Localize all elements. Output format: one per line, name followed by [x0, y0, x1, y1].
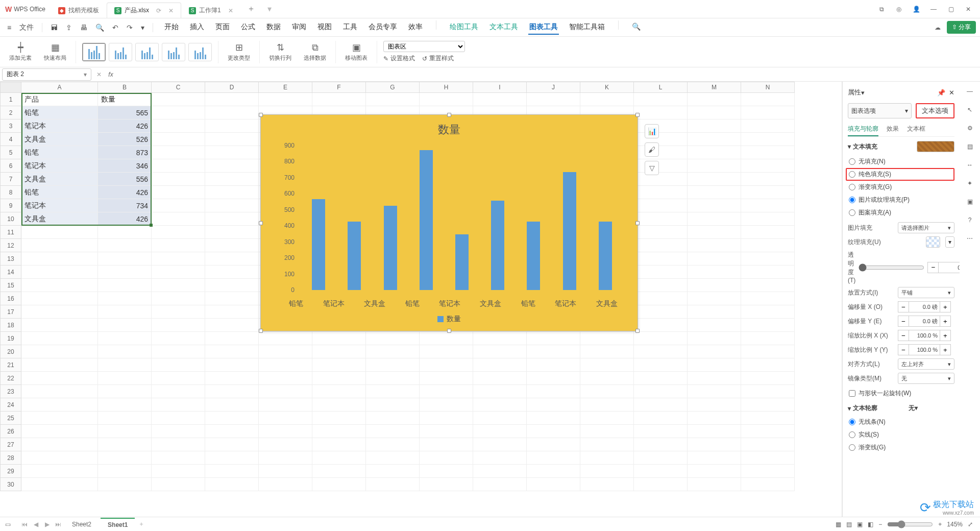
cell[interactable] — [580, 438, 634, 451]
chart-style-2[interactable] — [109, 43, 132, 61]
cell[interactable] — [21, 425, 98, 438]
fill-gradient[interactable]: 渐变填充(G) — [848, 181, 954, 194]
collapse-icon[interactable]: — — [967, 88, 973, 95]
cell[interactable] — [688, 292, 741, 305]
add-sheet-button[interactable]: ＋ — [137, 520, 146, 528]
cell[interactable] — [688, 332, 741, 345]
cell[interactable] — [473, 358, 527, 372]
undo-icon[interactable]: ↶ — [109, 21, 121, 34]
cell[interactable] — [527, 385, 580, 398]
cell[interactable] — [688, 425, 741, 438]
cell[interactable] — [688, 451, 741, 465]
cell[interactable] — [152, 226, 205, 239]
file-menu[interactable]: 文件 — [16, 21, 37, 34]
cell[interactable]: 笔记本 — [21, 199, 98, 212]
cell[interactable] — [473, 345, 527, 358]
section-text-outline[interactable]: ▾ 文本轮廓无▾ — [848, 404, 954, 413]
cell[interactable] — [366, 451, 420, 465]
cell[interactable] — [205, 186, 259, 199]
cell[interactable] — [634, 385, 688, 398]
cell[interactable] — [527, 93, 580, 106]
outline-gradient[interactable]: 渐变线(G) — [848, 441, 954, 454]
cell[interactable] — [473, 385, 527, 398]
cell[interactable] — [366, 412, 420, 425]
cell[interactable] — [473, 398, 527, 412]
cell[interactable] — [634, 212, 688, 226]
align-select[interactable]: 左上对齐▾ — [898, 358, 954, 370]
cell[interactable] — [205, 226, 259, 239]
cell[interactable] — [688, 159, 741, 173]
cell[interactable] — [312, 332, 366, 345]
cell[interactable] — [688, 305, 741, 319]
cell[interactable] — [634, 425, 688, 438]
cell[interactable] — [21, 451, 98, 465]
cell[interactable]: 文具盒 — [21, 173, 98, 186]
chart-bar[interactable] — [563, 172, 576, 290]
cell[interactable] — [420, 438, 473, 451]
chart-options-dropdown[interactable]: 图表选项▾ — [848, 103, 912, 118]
cell[interactable] — [741, 358, 795, 372]
cell[interactable] — [152, 332, 205, 345]
cell[interactable] — [741, 398, 795, 412]
cell[interactable] — [312, 425, 366, 438]
cell[interactable] — [688, 279, 741, 292]
menu-insert[interactable]: 插入 — [189, 20, 205, 35]
cell[interactable] — [741, 266, 795, 279]
cell[interactable] — [205, 478, 259, 491]
cell[interactable] — [741, 252, 795, 266]
cell[interactable] — [152, 451, 205, 465]
cell[interactable] — [634, 372, 688, 385]
cell[interactable]: 426 — [98, 186, 152, 199]
cell[interactable] — [688, 478, 741, 491]
chart-style-4[interactable] — [162, 43, 185, 61]
cell[interactable] — [205, 438, 259, 451]
cell[interactable] — [688, 106, 741, 119]
pointer-icon[interactable]: ↖ — [967, 106, 972, 113]
outline-none[interactable]: 无线条(N) — [848, 416, 954, 428]
cell[interactable] — [205, 252, 259, 266]
cell[interactable] — [634, 345, 688, 358]
cell[interactable] — [527, 451, 580, 465]
cell[interactable] — [312, 438, 366, 451]
select-data-button[interactable]: ⧉选择数据 — [301, 42, 329, 62]
cell[interactable] — [366, 478, 420, 491]
cell[interactable] — [634, 146, 688, 159]
cell[interactable] — [98, 239, 152, 252]
cell[interactable] — [98, 266, 152, 279]
sheet-nav-last[interactable]: ⏭ — [54, 521, 63, 528]
cell[interactable] — [420, 412, 473, 425]
cell[interactable] — [312, 372, 366, 385]
preview-icon[interactable]: 🔍 — [92, 21, 107, 34]
cell[interactable] — [366, 465, 420, 478]
cell[interactable] — [312, 478, 366, 491]
cell[interactable] — [152, 199, 205, 212]
ruler-icon[interactable]: ↔ — [967, 161, 973, 168]
cell[interactable] — [21, 465, 98, 478]
cell[interactable] — [312, 345, 366, 358]
app-box-icon[interactable]: ⧉ — [878, 6, 885, 13]
cell[interactable] — [580, 465, 634, 478]
cell[interactable] — [152, 438, 205, 451]
cell[interactable] — [152, 425, 205, 438]
fx-icon[interactable]: fx — [105, 71, 117, 78]
cell[interactable] — [98, 438, 152, 451]
cell[interactable] — [473, 465, 527, 478]
cell[interactable] — [741, 319, 795, 332]
swap-rowcol-button[interactable]: ⇅切换行列 — [266, 42, 295, 62]
section-text-fill[interactable]: ▾ 文本填充 — [848, 141, 954, 152]
close-icon[interactable]: ✕ — [168, 7, 174, 14]
close-icon[interactable]: ✕ — [228, 7, 233, 14]
cell[interactable] — [259, 385, 312, 398]
cell[interactable] — [205, 146, 259, 159]
cell[interactable] — [152, 398, 205, 412]
chart-style-5[interactable] — [188, 43, 212, 61]
reset-style-button[interactable]: ↺ 重置样式 — [422, 54, 454, 63]
cell[interactable] — [688, 398, 741, 412]
fill-picture[interactable]: 图片或纹理填充(P) — [848, 194, 954, 206]
cell[interactable] — [580, 478, 634, 491]
cell[interactable] — [688, 266, 741, 279]
cell[interactable] — [741, 93, 795, 106]
menu-toggle-icon[interactable]: ≡ — [4, 21, 14, 34]
opacity-slider[interactable] — [859, 263, 924, 272]
cell[interactable] — [366, 385, 420, 398]
